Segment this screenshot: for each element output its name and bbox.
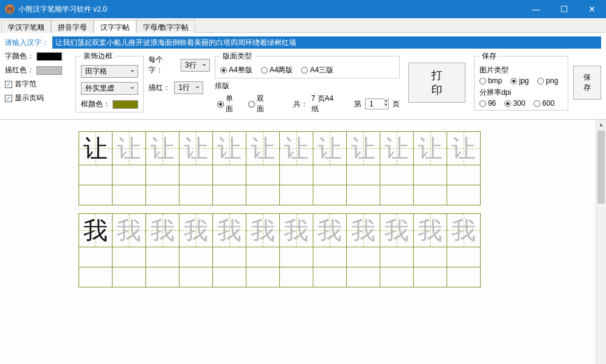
grid-cell (447, 267, 481, 287)
grid-cell (279, 267, 313, 287)
stat-prefix: 共： (293, 99, 308, 109)
grid-cell: 让 (78, 131, 113, 165)
grid-cell (145, 247, 179, 267)
maximize-button[interactable]: ☐ (550, 0, 578, 18)
grid-cell (346, 165, 380, 185)
perchar-label: 每个字： (148, 55, 177, 75)
tab-3[interactable]: 字母/数字字帖 (136, 20, 195, 33)
grid-cell (179, 185, 213, 205)
perchar-rows-select[interactable]: 3行 (181, 59, 210, 72)
grid-cell: 我 (380, 213, 414, 247)
page-spinner[interactable]: 1 (365, 98, 389, 109)
grid-cell (380, 247, 414, 267)
grid-cell (112, 267, 146, 287)
grid-cell: 我 (413, 213, 447, 247)
grid-cell: 我 (279, 213, 313, 247)
dpi-radio-0[interactable]: 96 (479, 99, 496, 108)
grid-cell (346, 267, 380, 287)
grid-cell (212, 165, 246, 185)
tab-0[interactable]: 学汉字笔顺 (1, 20, 51, 33)
arrange-radio-0[interactable]: 单面 (217, 94, 240, 114)
input-row: 请输入汉字： (0, 33, 606, 51)
grid-cell: 让 (179, 131, 213, 165)
grid-cell: 我 (112, 213, 146, 247)
grid-cell: 让 (380, 131, 414, 165)
grid-cell: 我 (313, 213, 347, 247)
input-label: 请输入汉字： (5, 38, 49, 48)
grid-cell (212, 247, 246, 267)
grid-cell (380, 185, 414, 205)
grid-block: 让让让让让让让让让让让让 (79, 132, 606, 205)
grid-cell (313, 267, 347, 287)
font-color-label: 字颜色： (5, 51, 34, 61)
title-bar: 🐻 小熊汉字笔顺学习软件 v2.0 — ☐ ✕ (0, 0, 606, 18)
grid-cell: 让 (279, 131, 313, 165)
grid-cell (145, 185, 179, 205)
dpi-radio-1[interactable]: 300 (504, 99, 525, 108)
grid-cell (246, 165, 280, 185)
page-suffix: 页 (392, 99, 400, 109)
tab-1[interactable]: 拼音字母 (51, 20, 94, 33)
font-color-swatch[interactable] (37, 52, 62, 61)
tab-2[interactable]: 汉字字帖 (94, 20, 136, 33)
grid-cell: 让 (447, 131, 481, 165)
imgtype-radio-0[interactable]: bmp (479, 77, 502, 85)
frame-color-swatch[interactable] (113, 100, 138, 109)
grid-cell (212, 185, 246, 205)
imgtype-label: 图片类型 (479, 65, 563, 75)
grid-cell (413, 247, 447, 267)
scrollbar-thumb[interactable] (597, 131, 605, 204)
grid-cell: 让 (112, 131, 146, 165)
grid-cell: 让 (145, 131, 179, 165)
grid-cell (78, 247, 113, 267)
grid-cell (112, 247, 146, 267)
grid-cell: 让 (346, 131, 380, 165)
grid-cell (179, 247, 213, 267)
hanzi-input[interactable] (52, 36, 601, 49)
grid-cell (279, 165, 313, 185)
save-fieldset: 保存 图片类型 bmpjpgpng 分辨率dpi 96300600 (474, 51, 568, 111)
vertical-scrollbar[interactable]: ▲ ▼ (596, 120, 606, 364)
page-prefix: 第 (354, 99, 361, 109)
layout-type-radio-0[interactable]: A4整版 (220, 65, 252, 75)
print-button[interactable]: 打印 (408, 63, 465, 103)
first-model-checkbox[interactable] (5, 81, 12, 88)
grid-cell (313, 185, 347, 205)
layout-type-radio-1[interactable]: A4两版 (261, 65, 293, 75)
trace-color-swatch[interactable] (37, 66, 62, 75)
border-legend: 装饰边框 (81, 51, 115, 61)
grid-style-select[interactable]: 田字格 (81, 65, 138, 78)
imgtype-radio-1[interactable]: jpg (510, 77, 529, 85)
show-page-checkbox[interactable] (5, 95, 12, 102)
close-button[interactable]: ✕ (578, 0, 606, 18)
tab-bar: 学汉字笔顺拼音字母汉字字帖字母/数字字帖 (0, 18, 606, 33)
trace-rows-select[interactable]: 1行 (174, 81, 203, 94)
dpi-label: 分辨率dpi (479, 88, 563, 98)
grid-cell: 让 (246, 131, 280, 165)
dpi-radio-2[interactable]: 600 (534, 99, 554, 108)
window-title: 小熊汉字笔顺学习软件 v2.0 (18, 4, 522, 15)
frame-color-label: 框颜色： (81, 99, 110, 109)
arrange-radio-1[interactable]: 双面 (248, 94, 271, 114)
trace-rows-label: 描红： (148, 83, 170, 93)
grid-cell (145, 267, 179, 287)
grid-cell (78, 267, 113, 287)
preview-area: 让让让让让让让让让让让让我我我我我我我我我我我我 ▲ ▼ (0, 119, 606, 364)
grid-cell (447, 247, 481, 267)
line-style-select[interactable]: 外实里虚 (81, 82, 138, 95)
stat-value: 7 页A4纸 (312, 94, 340, 114)
grid-cell (212, 267, 246, 287)
save-button[interactable]: 保存 (573, 66, 601, 100)
grid-block: 我我我我我我我我我我我我 (79, 214, 606, 287)
show-page-label: 显示页码 (15, 93, 44, 103)
grid-cell (112, 165, 146, 185)
scroll-up-icon[interactable]: ▲ (596, 120, 606, 130)
minimize-button[interactable]: — (522, 0, 550, 18)
grid-cell (413, 267, 447, 287)
imgtype-radio-2[interactable]: png (537, 77, 558, 85)
grid-cell (279, 185, 313, 205)
grid-cell (279, 247, 313, 267)
layout-type-radio-2[interactable]: A4三版 (301, 65, 333, 75)
arrange-fieldset: 排版 单面双面 共： 7 页A4纸 第 1 页 (215, 81, 400, 114)
border-fieldset: 装饰边框 田字格 外实里虚 框颜色： (75, 51, 144, 112)
